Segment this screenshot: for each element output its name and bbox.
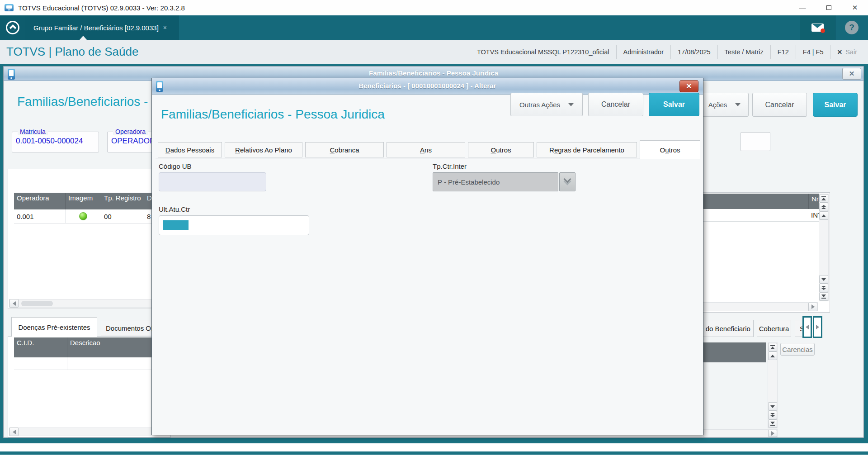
- mdi-area: Familias/Beneficiarios - Pessoa Juridica…: [0, 64, 868, 443]
- tab-outros-2-active[interactable]: Outros: [640, 140, 700, 159]
- arrow-up-icon: [770, 355, 775, 357]
- modal-title: Beneficiarios - [ 00010001000024 ] - Alt…: [152, 82, 703, 90]
- operadora-label: Operadora: [113, 128, 148, 135]
- bg-cancelar-button[interactable]: Cancelar: [752, 93, 807, 117]
- salvar-button[interactable]: Salvar: [649, 93, 699, 116]
- cid-grid-row[interactable]: [14, 357, 170, 370]
- tp-ctr-inter-select[interactable]: P - Pré-Estabelecido: [433, 172, 558, 191]
- help-button[interactable]: ?: [835, 15, 868, 40]
- tab-relativos-ao-plano[interactable]: Relativos Ao Plano: [225, 142, 302, 157]
- scroll-top-button[interactable]: [819, 194, 828, 203]
- scroll-up-button[interactable]: [768, 352, 777, 360]
- tab-close-icon[interactable]: ×: [163, 24, 167, 31]
- scroll-page-down-button[interactable]: [768, 411, 777, 419]
- bg-page-title: Familias/Beneficiarios - Pes: [17, 95, 173, 109]
- minimize-icon: —: [799, 4, 806, 12]
- tab-scroll-left-button[interactable]: [802, 316, 812, 338]
- date-label: 17/08/2025: [671, 48, 717, 56]
- matricula-field: Matricula 0.001-0050-000024: [12, 132, 99, 152]
- tab-cobertura[interactable]: Cobertura: [757, 320, 791, 337]
- scroll-up-button[interactable]: [819, 211, 828, 220]
- scroll-left-button[interactable]: [9, 299, 19, 308]
- horizontal-scrollbar[interactable]: [9, 428, 170, 436]
- scroll-page-down-button[interactable]: [819, 284, 828, 292]
- codigo-ub-input[interactable]: [159, 172, 266, 191]
- os-titlebar: TOTVS Educacional (TOTVS) 02.9.0033 - Ve…: [0, 0, 868, 15]
- f12-shortcut[interactable]: F12: [771, 48, 796, 56]
- arrow-left-icon: [13, 301, 16, 306]
- close-button[interactable]: ✕: [842, 0, 868, 15]
- bg-outras-acoes-button[interactable]: Ações: [700, 93, 749, 117]
- minimize-button[interactable]: —: [789, 0, 816, 15]
- cell-nm: INTI: [808, 209, 819, 221]
- bg-window-close-button[interactable]: ✕: [842, 68, 861, 80]
- modal-close-button[interactable]: ✕: [679, 80, 698, 92]
- scroll-page-up-button[interactable]: [819, 203, 828, 211]
- tab-regras-de-parcelamento[interactable]: Regras de Parcelamento: [537, 142, 637, 157]
- col-operadora[interactable]: Operadora: [14, 193, 66, 209]
- sair-button[interactable]: ✕ Sair: [830, 48, 863, 56]
- workspace-tab[interactable]: Grupo Familiar / Beneficiários [02.9.003…: [25, 15, 179, 40]
- bg-salvar-button[interactable]: Salvar: [813, 93, 858, 117]
- window-title: TOTVS Educacional (TOTVS) 02.9.0033 - Ve…: [18, 4, 185, 12]
- grid-row[interactable]: 0.001 00 8: [14, 209, 170, 223]
- status-green-icon: [79, 212, 87, 220]
- totvs-application-window: TOTVS Educacional (TOTVS) 02.9.0033 - Ve…: [0, 0, 868, 456]
- close-icon: ✕: [852, 4, 858, 12]
- tp-ctr-inter-dropdown-button[interactable]: [559, 172, 576, 191]
- tab-documentos-obrigatorios[interactable]: Documentos Obrig: [101, 320, 159, 336]
- cancelar-button[interactable]: Cancelar: [588, 93, 643, 116]
- scroll-down-button[interactable]: [768, 402, 777, 411]
- window-controls: — ✕: [789, 0, 868, 15]
- product-title: TOTVS | Plano de Saúde: [6, 45, 138, 59]
- tab-scroll-right-button[interactable]: [813, 316, 822, 338]
- beneficiarios-alterar-dialog: Beneficiarios - [ 00010001000024 ] - Alt…: [151, 78, 703, 435]
- scroll-bottom-button[interactable]: [768, 419, 777, 428]
- tab-ans[interactable]: Ans: [387, 142, 465, 157]
- tab-cobranca[interactable]: Cobranca: [305, 142, 384, 157]
- maximize-button[interactable]: [816, 0, 842, 15]
- horizontal-scrollbar[interactable]: [9, 299, 170, 308]
- workspace-tab-label: Grupo Familiar / Beneficiários [02.9.003…: [33, 24, 159, 32]
- f4-f5-shortcut[interactable]: F4 | F5: [796, 48, 830, 56]
- modal-titlebar[interactable]: Beneficiarios - [ 00010001000024 ] - Alt…: [152, 78, 703, 95]
- col-imagem[interactable]: Imagem: [66, 193, 101, 209]
- arrow-down-icon: [770, 405, 775, 408]
- scroll-left-button[interactable]: [9, 428, 19, 436]
- tab-dados-pessoais[interactable]: Dados Pessoais: [158, 142, 222, 157]
- tab-doencas-pre-existentes[interactable]: Doenças Pré-existentes: [11, 317, 97, 337]
- carencias-button[interactable]: Carencias: [780, 343, 815, 356]
- caret-down-icon: [568, 103, 574, 106]
- tabstrip-baseline: [156, 158, 700, 158]
- partial-field-box: [741, 132, 770, 151]
- arrow-up-icon: [770, 347, 775, 349]
- scrollbar-thumb[interactable]: [21, 301, 53, 306]
- col-nm[interactable]: Nm.: [808, 194, 819, 209]
- tab-rede-do-beneficiario[interactable]: e do Beneficiario: [697, 320, 754, 337]
- matricula-value: 0.001-0050-000024: [16, 137, 83, 146]
- maximize-icon: [826, 5, 831, 10]
- scroll-right-button[interactable]: [768, 430, 777, 437]
- ult-atu-ctr-input[interactable]: [159, 215, 309, 235]
- scroll-right-button[interactable]: [808, 303, 817, 311]
- vertical-scrollbar[interactable]: [819, 194, 829, 301]
- arrow-up-icon: [821, 214, 826, 217]
- exit-x-icon: ✕: [837, 48, 842, 56]
- tab-outros-1[interactable]: Outros: [468, 142, 534, 157]
- col-cid[interactable]: C.I.D.: [14, 337, 67, 357]
- arrow-down-icon: [770, 422, 775, 424]
- cell-imagem: [66, 209, 101, 223]
- col-tp-registro[interactable]: Tp. Registro: [101, 193, 144, 209]
- beneficiaries-grid-panel: Operadora Imagem Tp. Registro Díg 0.001 …: [8, 169, 171, 309]
- scroll-down-button[interactable]: [819, 275, 828, 284]
- user-label: Administrador: [617, 48, 670, 56]
- notifications-button[interactable]: [800, 15, 835, 40]
- outras-acoes-button[interactable]: Outras Ações: [510, 93, 583, 116]
- vertical-scrollbar[interactable]: [768, 342, 778, 428]
- horizontal-scrollbar[interactable]: [703, 429, 778, 437]
- scroll-bottom-button[interactable]: [819, 292, 828, 301]
- arrow-right-icon: [816, 325, 819, 329]
- scroll-top-button[interactable]: [768, 343, 777, 352]
- totvs-logo-button[interactable]: [0, 15, 25, 40]
- arrow-up-icon: [821, 198, 826, 200]
